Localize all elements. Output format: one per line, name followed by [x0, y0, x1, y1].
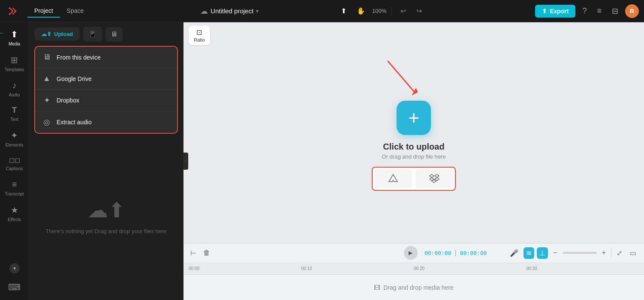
- media-label: Media: [9, 42, 20, 46]
- ruler-mark-2: 00:20: [414, 266, 527, 271]
- collapse-handle[interactable]: ‹: [183, 153, 188, 170]
- undo-btn[interactable]: ↩: [397, 5, 409, 17]
- text-label: Text: [10, 117, 18, 122]
- drop-media-area[interactable]: 🎞 Drag and drop media here: [184, 274, 644, 300]
- mobile-icon-btn[interactable]: 📱: [83, 27, 102, 42]
- sidebar-item-audio[interactable]: ♪ Audio: [2, 77, 27, 101]
- tab-space[interactable]: Space: [60, 5, 91, 18]
- upload-click-label: Click to upload Or drag and drop file he…: [382, 142, 446, 160]
- google-drive-item[interactable]: ▲ Google Drive: [35, 68, 177, 90]
- hand-tool-btn[interactable]: ✋: [353, 5, 369, 17]
- upload-cloud-empty-icon: ☁⬆: [87, 198, 125, 222]
- logo[interactable]: [5, 3, 21, 19]
- delete-btn[interactable]: 🗑: [202, 247, 212, 258]
- divider: [391, 7, 392, 15]
- ratio-btn[interactable]: ⊡ Ratio: [189, 26, 210, 45]
- trim-btn[interactable]: ⊢: [189, 247, 198, 259]
- comment-btn[interactable]: ▭: [627, 247, 639, 259]
- zoom-out-btn[interactable]: −: [551, 247, 560, 258]
- current-time: 00:00:00: [424, 250, 451, 256]
- ruler-mark-0: 00:00: [189, 266, 301, 271]
- sidebar-more-btn[interactable]: ▾: [9, 263, 20, 273]
- total-time: 00:00:00: [460, 250, 487, 256]
- zoom-in-btn[interactable]: +: [599, 247, 608, 258]
- play-btn[interactable]: ▶: [404, 246, 418, 260]
- dropbox-btn[interactable]: [415, 169, 453, 188]
- upload-cloud-icon: ☁⬆: [41, 31, 51, 37]
- upload-plus-btn[interactable]: +: [397, 101, 431, 135]
- canvas-toolbar: ⊡ Ratio: [184, 22, 644, 48]
- export-icon: ⬆: [542, 8, 547, 15]
- google-drive-btn[interactable]: [374, 169, 412, 188]
- ruler-marks: 00:00 00:10 00:20 00:30: [189, 266, 639, 271]
- zoom-level[interactable]: 100%: [372, 8, 386, 14]
- extract-audio-icon: ◎: [42, 117, 51, 127]
- ratio-icon: ⊡: [196, 28, 202, 36]
- timeline-divider: [611, 249, 611, 257]
- sidebar-item-text[interactable]: T Text: [2, 102, 27, 125]
- project-space-tabs: Project Space: [27, 5, 90, 18]
- redo-btn[interactable]: ↪: [413, 5, 425, 17]
- sidebar-item-captions[interactable]: ◻◻ Captions: [2, 153, 27, 174]
- dropbox-item[interactable]: ✦ Dropbox: [35, 90, 177, 111]
- sidebar-item-keyboard[interactable]: ⌨: [2, 279, 27, 297]
- google-drive-label: Google Drive: [57, 75, 92, 82]
- drive-icon: ▲: [42, 74, 51, 83]
- captions-label: Captions: [6, 166, 23, 171]
- menu-btn[interactable]: ≡: [593, 5, 605, 17]
- play-icon: ▶: [409, 250, 412, 256]
- export-button[interactable]: ⬆ Export: [535, 5, 575, 18]
- timeline-controls: ⊢ 🗑 ▶ 00:00:00 | 00:00:00 🎤 ≋ ⊥ −: [184, 243, 644, 262]
- svg-point-1: [9, 7, 10, 9]
- monitor-icon: 🖥: [42, 53, 51, 62]
- sidebar-item-media[interactable]: ⬆ Media ←: [2, 26, 27, 50]
- dropbox-label: Dropbox: [57, 97, 79, 104]
- empty-text: There's nothing yet Drag and drop your f…: [45, 227, 166, 236]
- cloud-service-btns: [372, 167, 456, 191]
- text-icon: T: [12, 106, 17, 115]
- layout-btn[interactable]: ⊟: [608, 5, 622, 18]
- project-name-area: ☁ Untitled project ▾: [200, 6, 259, 16]
- upload-btn[interactable]: ☁⬆ Upload: [34, 27, 80, 41]
- drop-media-label: Drag and drop media here: [383, 284, 453, 291]
- upload-area: + Click to upload Or drag and drop file …: [372, 101, 456, 191]
- waveform-btn[interactable]: ≋: [524, 247, 534, 259]
- help-btn[interactable]: ?: [579, 5, 590, 17]
- sidebar-item-effects[interactable]: ★ Effects: [2, 201, 27, 225]
- transcript-icon: ≡: [12, 180, 17, 189]
- split-btn[interactable]: ⊥: [537, 247, 548, 259]
- avatar[interactable]: R: [625, 4, 639, 18]
- extract-audio-item[interactable]: ◎ Extract audio: [35, 111, 177, 133]
- effects-icon: ★: [11, 205, 18, 215]
- sidebar-item-transcript[interactable]: ≡ Transcript: [2, 176, 27, 200]
- upload-dropdown: 🖥 From this device ▲ Google Drive ✦ Drop…: [34, 46, 178, 134]
- topbar-right: ⬆ Export ? ≡ ⊟ R: [535, 4, 639, 18]
- main-layout: ⬆ Media ← ⊞ Templates ♪ Audio T Text ✦ E…: [0, 22, 644, 300]
- templates-label: Templates: [5, 67, 24, 72]
- tab-project[interactable]: Project: [27, 5, 60, 18]
- mic-btn[interactable]: 🎤: [507, 247, 521, 259]
- canvas-area: ⊡ Ratio + Click to upload Or drag and dr…: [184, 22, 644, 300]
- svg-point-2: [9, 13, 10, 15]
- cursor-tool-btn[interactable]: ⬆: [337, 5, 350, 17]
- time-separator: |: [455, 249, 457, 257]
- sidebar-item-elements[interactable]: ✦ Elements: [2, 127, 27, 151]
- zoom-slider[interactable]: [563, 252, 597, 254]
- elements-icon: ✦: [11, 130, 18, 141]
- effects-label: Effects: [8, 217, 21, 222]
- transcript-label: Transcript: [5, 192, 24, 196]
- from-device-label: From this device: [57, 54, 101, 61]
- screen-icon-btn[interactable]: 🖥: [105, 27, 123, 42]
- timeline-area: ⊢ 🗑 ▶ 00:00:00 | 00:00:00 🎤 ≋ ⊥ −: [184, 243, 644, 300]
- from-device-item[interactable]: 🖥 From this device: [35, 47, 177, 68]
- film-icon: 🎞: [374, 284, 380, 291]
- dropbox-icon: ✦: [42, 96, 51, 105]
- audio-icon: ♪: [12, 81, 17, 90]
- fullscreen-btn[interactable]: ⤢: [614, 247, 625, 259]
- captions-icon: ◻◻: [9, 156, 20, 164]
- project-chevron-icon[interactable]: ▾: [256, 8, 259, 14]
- media-icon: ⬆: [11, 29, 18, 39]
- sidebar-more: ▾: [9, 263, 20, 277]
- sidebar-item-templates[interactable]: ⊞ Templates: [2, 51, 27, 75]
- drag-drop-text: Or drag and drop file here: [382, 153, 446, 160]
